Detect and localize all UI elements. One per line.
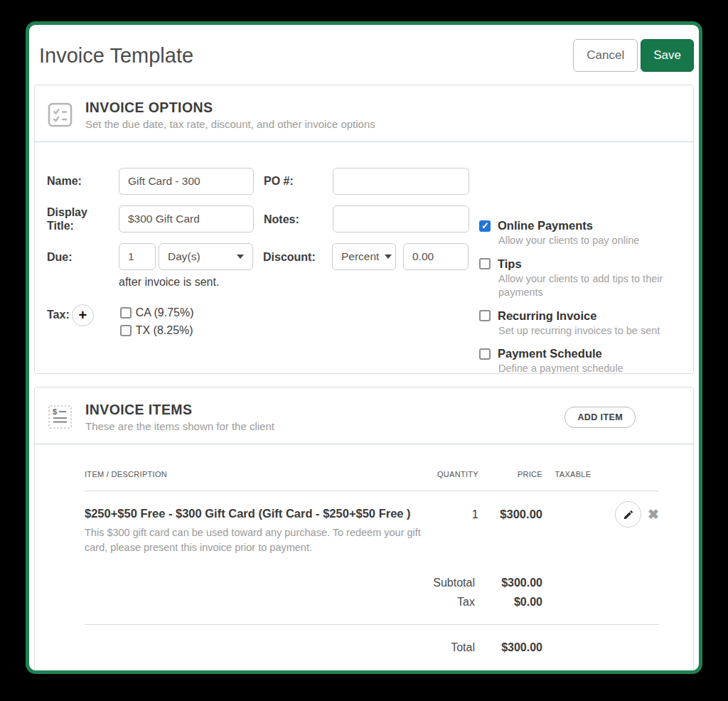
- toggle-recurring-invoice: Recurring Invoice Set up recurring invoi…: [479, 309, 690, 338]
- payment-schedule-checkbox[interactable]: [479, 348, 491, 360]
- invoice-items-titles: INVOICE ITEMS These are the items shown …: [85, 402, 552, 432]
- tax-option-ca: CA (9.75%): [120, 306, 194, 319]
- subtotal-row: Subtotal $300.00: [85, 577, 659, 589]
- online-payments-label: Online Payments: [498, 219, 593, 232]
- save-button[interactable]: Save: [641, 39, 694, 72]
- notes-input[interactable]: [333, 205, 469, 232]
- item-quantity: 1: [430, 507, 478, 521]
- discount-type-select[interactable]: Percent: [332, 243, 396, 270]
- column-header-description: ITEM / DESCRIPTION: [85, 470, 430, 478]
- tax-total-row: Tax $0.00: [85, 596, 659, 609]
- tax-ca-checkbox[interactable]: [120, 307, 132, 319]
- notes-label: Notes:: [264, 213, 333, 226]
- recurring-invoice-checkbox[interactable]: [479, 310, 491, 321]
- invoice-options-body: Name: PO #: Display Title: Notes: Due: D…: [35, 142, 693, 373]
- column-header-price: PRICE: [478, 470, 542, 478]
- invoice-options-title: INVOICE OPTIONS: [85, 100, 679, 116]
- invoice-options-titles: INVOICE OPTIONS Set the due date, tax ra…: [85, 100, 679, 130]
- checklist-icon: [47, 102, 73, 128]
- tax-tx-label: TX (8.25%): [136, 324, 193, 337]
- tax-total-value: $0.00: [475, 596, 542, 609]
- tips-description: Allow your clients to add tips to their …: [498, 272, 690, 300]
- cancel-button[interactable]: Cancel: [573, 39, 638, 72]
- recurring-invoice-label: Recurring Invoice: [498, 309, 596, 323]
- online-payments-checkbox[interactable]: [479, 220, 491, 232]
- name-label: Name:: [47, 174, 119, 188]
- display-title-label: Display Title:: [47, 205, 119, 232]
- column-header-quantity: QUANTITY: [430, 470, 478, 478]
- item-price: $300.00: [478, 507, 542, 521]
- dialog-header: Invoice Template Cancel Save: [29, 25, 699, 85]
- invoice-list-icon: $: [47, 404, 73, 430]
- po-label: PO #:: [264, 174, 333, 188]
- tax-tx-checkbox[interactable]: [120, 325, 132, 336]
- item-name: $250+$50 Free - $300 Gift Card (Gift Car…: [85, 507, 422, 520]
- tips-label: Tips: [498, 257, 522, 271]
- header-buttons: Cancel Save: [573, 39, 694, 72]
- due-unit-value: Day(s): [168, 250, 200, 263]
- invoice-template-dialog: Invoice Template Cancel Save INVOICE OPT…: [26, 21, 702, 674]
- due-label: Due:: [47, 250, 119, 264]
- pencil-icon: [623, 509, 634, 520]
- name-input[interactable]: [119, 168, 254, 195]
- tips-checkbox[interactable]: [479, 258, 491, 269]
- discount-amount-input[interactable]: [403, 243, 469, 270]
- invoice-options-header: INVOICE OPTIONS Set the due date, tax ra…: [35, 85, 693, 141]
- name-po-row: Name: PO #:: [47, 168, 693, 195]
- svg-text:$: $: [53, 407, 57, 416]
- toggle-tips: Tips Allow your clients to add tips to t…: [479, 257, 690, 300]
- discount-label: Discount:: [263, 250, 332, 264]
- total-divider: [85, 624, 659, 625]
- totals-section: Subtotal $300.00 Tax $0.00 Total $300.00: [85, 577, 659, 654]
- subtotal-label: Subtotal: [368, 577, 475, 589]
- column-header-taxable: TAXABLE: [542, 470, 604, 478]
- tax-label: Tax:: [47, 304, 70, 326]
- subtotal-value: $300.00: [475, 577, 542, 589]
- online-payments-description: Allow your clients to pay online: [498, 234, 690, 248]
- item-description-cell: $250+$50 Free - $300 Gift Card (Gift Car…: [85, 507, 430, 555]
- discount-type-value: Percent: [341, 250, 379, 263]
- recurring-invoice-description: Set up recurring invoices to be sent: [498, 324, 690, 338]
- add-item-button[interactable]: ADD ITEM: [564, 407, 636, 428]
- invoice-items-title: INVOICE ITEMS: [85, 402, 552, 418]
- invoice-items-panel: $ INVOICE ITEMS These are the items show…: [34, 387, 694, 674]
- total-row: Total $300.00: [85, 641, 659, 654]
- page-title: Invoice Template: [39, 44, 193, 68]
- chevron-down-icon: [237, 255, 244, 259]
- items-table-header: ITEM / DESCRIPTION QUANTITY PRICE TAXABL…: [85, 470, 659, 478]
- tax-option-tx: TX (8.25%): [120, 324, 194, 337]
- table-divider: [85, 491, 659, 491]
- payment-schedule-label: Payment Schedule: [498, 347, 602, 360]
- tax-total-label: Tax: [368, 596, 475, 609]
- toggle-online-payments: Online Payments Allow your clients to pa…: [479, 219, 690, 248]
- po-input[interactable]: [333, 168, 469, 195]
- payment-schedule-description: Define a payment schedule: [498, 362, 690, 376]
- invoice-options-subtitle: Set the due date, tax rate, discount, an…: [85, 118, 679, 130]
- total-value: $300.00: [475, 641, 542, 654]
- item-actions: ✖: [604, 507, 659, 528]
- total-label: Total: [368, 641, 475, 654]
- edit-item-button[interactable]: [615, 501, 641, 528]
- invoice-items-header: $ INVOICE ITEMS These are the items show…: [35, 387, 693, 444]
- due-value-input[interactable]: [119, 243, 156, 270]
- invoice-items-body: ITEM / DESCRIPTION QUANTITY PRICE TAXABL…: [35, 444, 693, 674]
- tax-options-list: CA (9.75%) TX (8.25%): [120, 304, 194, 342]
- item-description: This $300 gift card can be used toward a…: [85, 525, 422, 555]
- due-unit-select[interactable]: Day(s): [159, 243, 253, 270]
- delete-item-icon[interactable]: ✖: [648, 506, 659, 523]
- display-title-input[interactable]: [119, 205, 254, 232]
- options-toggles-column: Online Payments Allow your clients to pa…: [479, 219, 690, 385]
- tax-ca-label: CA (9.75%): [136, 306, 194, 319]
- table-row: $250+$50 Free - $300 Gift Card (Gift Car…: [85, 507, 659, 555]
- invoice-items-subtitle: These are the items shown for the client: [85, 420, 552, 432]
- toggle-payment-schedule: Payment Schedule Define a payment schedu…: [479, 347, 690, 376]
- chevron-down-icon: [385, 255, 392, 259]
- invoice-options-panel: INVOICE OPTIONS Set the due date, tax ra…: [34, 85, 694, 374]
- add-item-container: ADD ITEM: [564, 407, 636, 428]
- add-tax-button[interactable]: +: [72, 304, 94, 326]
